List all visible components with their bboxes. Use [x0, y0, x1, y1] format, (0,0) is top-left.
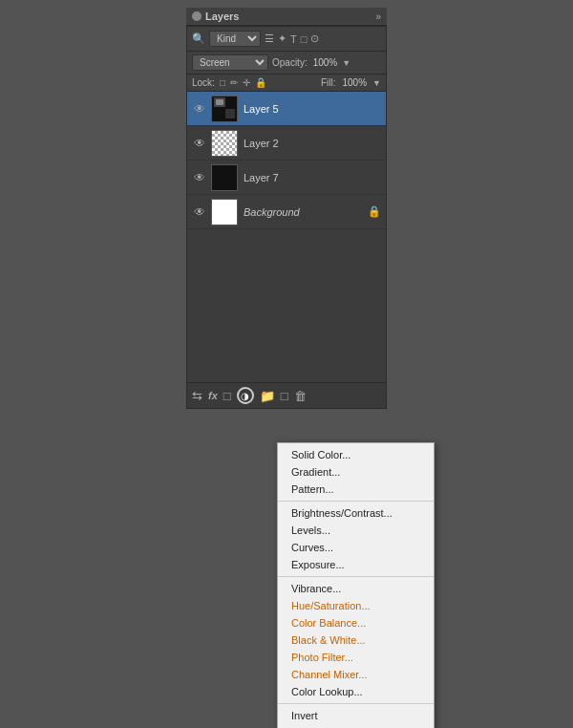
collapse-icon[interactable]: » [375, 11, 381, 22]
menu-item-channel-mixer[interactable]: Channel Mixer... [278, 666, 434, 683]
layer-thumbnail [211, 130, 238, 157]
svg-rect-3 [225, 109, 235, 118]
layers-panel: 🔍 Kind ☰ ✦ T □ ⊙ Screen Normal Multiply … [186, 26, 387, 409]
opacity-label: Opacity: [272, 57, 308, 68]
visibility-icon[interactable]: 👁 [192, 136, 207, 151]
menu-item-gradient[interactable]: Gradient... [278, 463, 434, 481]
menu-item-curves[interactable]: Curves... [278, 539, 434, 556]
layer-thumbnail [211, 199, 238, 225]
menu-item-photo-filter[interactable]: Photo Filter... [278, 649, 434, 666]
layer-name: Background [244, 206, 300, 218]
menu-section-tonal: Brightness/Contrast... Levels... Curves.… [278, 502, 434, 577]
search-icon: 🔍 [192, 32, 205, 45]
visibility-icon[interactable]: 👁 [192, 204, 207, 220]
lock-pixel-icon[interactable]: □ [220, 77, 225, 88]
layer-thumbnail [211, 96, 238, 122]
smartobject-icon: ⊙ [310, 32, 319, 45]
lock-bar: Lock: □ ✏ ✛ 🔒 Fill: 100% ▼ [187, 75, 386, 92]
layer-name: Layer 5 [244, 103, 279, 115]
delete-layer-icon[interactable]: 🗑 [294, 389, 307, 403]
menu-section-color: Vibrance... Hue/Saturation... Color Bala… [278, 577, 434, 704]
visibility-icon[interactable]: 👁 [192, 170, 207, 185]
menu-item-exposure[interactable]: Exposure... [278, 556, 434, 573]
close-button[interactable] [192, 11, 202, 21]
kind-bar: 🔍 Kind ☰ ✦ T □ ⊙ [187, 27, 386, 52]
fill-dropdown-icon[interactable]: ▼ [372, 78, 381, 88]
lock-draw-icon[interactable]: ✏ [230, 77, 238, 88]
menu-item-vibrance[interactable]: Vibrance... [278, 580, 434, 597]
lock-all-icon[interactable]: 🔒 [255, 77, 266, 88]
new-layer-icon[interactable]: □ [281, 389, 288, 403]
lock-move-icon[interactable]: ✛ [243, 77, 250, 88]
layers-panel-wrapper: Layers » 🔍 Kind ☰ ✦ T □ ⊙ Screen Normal … [186, 8, 387, 409]
layer-row[interactable]: 👁 Background 🔒 [187, 195, 386, 229]
layers-empty-area [187, 229, 386, 382]
new-group-icon[interactable]: 📁 [260, 389, 275, 403]
menu-item-color-balance[interactable]: Color Balance... [278, 614, 434, 632]
title-bar-left: Layers [192, 11, 239, 22]
new-fill-adjustment-icon[interactable]: ◑ [237, 387, 254, 404]
layer-name: Layer 7 [244, 172, 279, 183]
bottom-toolbar: ⇆ fx □ ◑ 📁 □ 🗑 [187, 382, 386, 408]
panel-title: Layers [205, 11, 239, 22]
menu-section-other: Invert Posterize... Threshold... Gradien… [278, 704, 434, 728]
opacity-dropdown-icon[interactable]: ▼ [342, 58, 350, 68]
layer-effects-icon[interactable]: fx [208, 390, 218, 401]
layers-list: 👁 Layer 5 👁 Layer 2 � [187, 92, 386, 229]
blend-mode-select[interactable]: Screen Normal Multiply [192, 54, 268, 71]
lock-label: Lock: [192, 77, 215, 88]
layer-thumbnail [211, 164, 238, 191]
shape-icon: □ [301, 33, 308, 45]
menu-item-hue-saturation[interactable]: Hue/Saturation... [278, 597, 434, 614]
menu-item-pattern[interactable]: Pattern... [278, 481, 434, 498]
menu-item-color-lookup[interactable]: Color Lookup... [278, 683, 434, 700]
menu-item-posterize[interactable]: Posterize... [278, 724, 434, 728]
pixel-icon: ☰ [265, 32, 274, 45]
link-layers-icon[interactable]: ⇆ [192, 389, 202, 403]
menu-item-brightness-contrast[interactable]: Brightness/Contrast... [278, 504, 434, 522]
type-icon: T [290, 33, 297, 45]
blend-bar: Screen Normal Multiply Opacity: 100% ▼ [187, 52, 386, 75]
fill-label: Fill: [321, 77, 336, 88]
layer-row[interactable]: 👁 Layer 2 [187, 126, 386, 161]
title-bar: Layers » [186, 8, 387, 26]
kind-select[interactable]: Kind [209, 31, 261, 47]
background-lock-icon: 🔒 [368, 205, 381, 218]
add-mask-icon[interactable]: □ [223, 389, 231, 403]
menu-item-invert[interactable]: Invert [278, 707, 434, 724]
opacity-value: 100% [313, 57, 338, 68]
menu-item-solid-color[interactable]: Solid Color... [278, 446, 434, 463]
layer-row[interactable]: 👁 Layer 7 [187, 161, 386, 195]
fill-value: 100% [343, 77, 368, 88]
menu-item-black-white[interactable]: Black & White... [278, 632, 434, 649]
menu-item-levels[interactable]: Levels... [278, 522, 434, 539]
adjustment-icon: ✦ [278, 32, 286, 45]
adjustment-dropdown-menu: Solid Color... Gradient... Pattern... Br… [277, 442, 435, 728]
layer-name: Layer 2 [244, 138, 279, 149]
layer-row[interactable]: 👁 Layer 5 [187, 92, 386, 126]
layer-thumb-svg [212, 96, 237, 122]
menu-section-fill: Solid Color... Gradient... Pattern... [278, 443, 434, 502]
svg-rect-2 [216, 99, 223, 105]
visibility-icon[interactable]: 👁 [192, 101, 207, 117]
